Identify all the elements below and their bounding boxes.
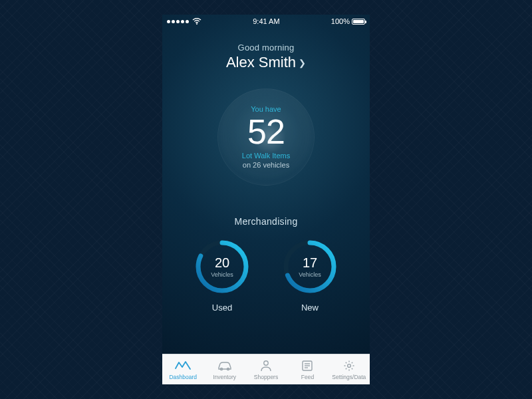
tab-inventory[interactable]: Inventory [203,354,245,384]
tab-label: Dashboard [169,374,197,380]
svg-point-0 [196,23,198,25]
car-icon [217,359,233,372]
user-name-link[interactable]: Alex Smith ❯ [226,54,306,71]
user-name: Alex Smith [226,54,296,71]
new-vehicles-ring[interactable]: 17 Vehicles New [282,239,338,313]
dashboard-content: Good morning Alex Smith ❯ You have 52 Lo… [162,27,370,354]
battery-icon [352,19,365,25]
status-right: 100% [331,17,365,25]
tab-feed[interactable]: Feed [287,354,328,384]
merchandising-title: Merchandising [235,216,298,227]
phone-frame: 9:41 AM 100% Good morning Alex Smith ❯ Y… [162,15,370,384]
gear-icon [343,359,355,372]
tab-label: Feed [301,374,314,380]
used-vehicles-ring[interactable]: 20 Vehicles Used [194,239,250,313]
new-label: New [301,303,319,313]
status-time: 9:41 AM [253,17,279,25]
signal-dots-icon [167,20,189,23]
feed-icon [301,359,313,372]
greeting-block: Good morning Alex Smith ❯ [226,43,306,71]
used-label: Used [212,303,232,313]
tab-label: Shoppers [254,374,278,380]
tab-dashboard[interactable]: Dashboard [162,354,203,384]
lot-walk-label: Lot Walk Items [242,152,290,160]
status-left [167,18,201,25]
lot-walk-summary[interactable]: You have 52 Lot Walk Items on 26 vehicle… [217,88,315,186]
lot-walk-subline: on 26 vehicles [243,161,289,169]
status-bar: 9:41 AM 100% [162,15,370,27]
svg-point-7 [264,360,268,364]
ring-gauge-used: 20 Vehicles [194,239,250,295]
wifi-icon [192,18,201,25]
lot-walk-count: 52 [247,114,285,149]
tab-label: Settings/Data [332,374,366,380]
greeting-line: Good morning [226,43,306,53]
tab-bar: Dashboard Inventory Shoppers [162,354,370,384]
tab-label: Inventory [213,374,236,380]
dashboard-icon [175,359,191,372]
tab-shoppers[interactable]: Shoppers [245,354,287,384]
person-icon [259,359,273,372]
svg-point-12 [347,364,350,367]
chevron-right-icon: ❯ [299,58,306,68]
tab-settings[interactable]: Settings/Data [329,354,370,384]
merchandising-rings: 20 Vehicles Used [194,239,338,313]
ring-gauge-new: 17 Vehicles [282,239,338,295]
battery-percent: 100% [331,17,350,25]
battery-indicator: 100% [331,17,365,25]
